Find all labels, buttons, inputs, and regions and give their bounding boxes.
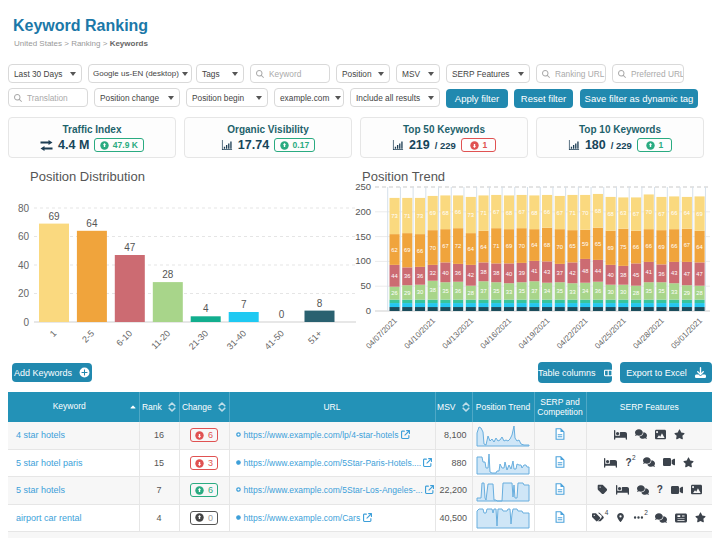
svg-text:36: 36 (417, 273, 423, 279)
svg-text:2-5: 2-5 (80, 328, 96, 344)
svg-text:70: 70 (518, 243, 524, 249)
svg-text:59: 59 (582, 241, 588, 247)
svg-text:65: 65 (595, 241, 601, 247)
svg-text:33: 33 (671, 289, 677, 295)
svg-text:30: 30 (620, 289, 626, 295)
svg-text:37: 37 (480, 288, 486, 294)
svg-text:50: 50 (360, 280, 371, 291)
svg-text:47: 47 (696, 271, 702, 277)
svg-text:63: 63 (620, 210, 626, 216)
svg-text:71: 71 (404, 213, 410, 219)
svg-text:29: 29 (684, 290, 690, 296)
svg-text:41: 41 (646, 269, 652, 275)
svg-text:68: 68 (607, 211, 613, 217)
svg-text:67: 67 (493, 209, 499, 215)
svg-text:72: 72 (455, 243, 461, 249)
svg-text:36: 36 (455, 270, 461, 276)
svg-text:28: 28 (633, 290, 639, 296)
svg-text:66: 66 (671, 210, 677, 216)
svg-text:0: 0 (279, 309, 285, 320)
svg-text:73: 73 (417, 213, 423, 219)
svg-text:47: 47 (124, 242, 136, 253)
svg-text:64: 64 (468, 246, 475, 252)
svg-text:38: 38 (620, 272, 626, 278)
svg-text:45: 45 (633, 272, 639, 278)
svg-text:35: 35 (493, 288, 499, 294)
svg-text:70: 70 (557, 244, 563, 250)
svg-text:04/28/2021: 04/28/2021 (631, 316, 666, 350)
svg-text:69: 69 (658, 244, 664, 250)
svg-text:35: 35 (442, 288, 448, 294)
svg-text:69: 69 (48, 211, 60, 222)
svg-text:68: 68 (595, 208, 601, 214)
svg-text:38: 38 (493, 270, 499, 276)
svg-text:73: 73 (391, 213, 397, 219)
svg-text:40: 40 (18, 260, 30, 271)
svg-text:69: 69 (404, 247, 410, 253)
svg-text:67: 67 (633, 211, 639, 217)
svg-text:04/10/2021: 04/10/2021 (402, 316, 437, 350)
svg-text:68: 68 (442, 210, 448, 216)
svg-text:04/19/2021: 04/19/2021 (517, 316, 552, 350)
svg-text:250: 250 (355, 181, 371, 192)
svg-text:51+: 51+ (306, 328, 324, 346)
svg-text:65: 65 (569, 243, 575, 249)
svg-text:68: 68 (506, 210, 512, 216)
svg-text:36: 36 (658, 271, 664, 277)
svg-text:35: 35 (658, 288, 664, 294)
svg-text:29: 29 (404, 290, 410, 296)
svg-text:35: 35 (518, 288, 524, 294)
svg-text:100: 100 (355, 255, 371, 266)
svg-text:37: 37 (557, 270, 563, 276)
svg-text:36: 36 (595, 288, 601, 294)
svg-text:41-50: 41-50 (263, 328, 286, 350)
svg-text:69: 69 (607, 245, 613, 251)
svg-text:67: 67 (442, 243, 448, 249)
svg-text:66: 66 (646, 243, 652, 249)
svg-text:71: 71 (480, 210, 486, 216)
svg-text:37: 37 (531, 288, 537, 294)
svg-text:44: 44 (595, 268, 602, 274)
svg-text:67: 67 (684, 242, 690, 248)
svg-text:21-30: 21-30 (187, 328, 210, 350)
svg-text:80: 80 (18, 203, 30, 214)
svg-text:8: 8 (317, 298, 323, 309)
svg-text:66: 66 (417, 248, 423, 254)
svg-text:43: 43 (544, 269, 550, 275)
svg-text:70: 70 (582, 210, 588, 216)
svg-text:70: 70 (429, 245, 435, 251)
svg-text:41: 41 (531, 268, 537, 274)
svg-text:38: 38 (480, 269, 486, 275)
svg-text:7: 7 (241, 299, 247, 310)
svg-text:36: 36 (404, 273, 410, 279)
svg-text:34: 34 (582, 288, 589, 294)
svg-text:11-20: 11-20 (149, 328, 172, 350)
svg-text:67: 67 (518, 209, 524, 215)
svg-text:71: 71 (569, 210, 575, 216)
svg-text:35: 35 (646, 288, 652, 294)
svg-text:1: 1 (48, 328, 59, 339)
svg-text:66: 66 (671, 243, 677, 249)
svg-text:75: 75 (620, 244, 626, 250)
svg-text:40: 40 (506, 271, 512, 277)
svg-text:64: 64 (86, 218, 98, 229)
svg-text:67: 67 (658, 211, 664, 217)
svg-text:40: 40 (442, 270, 448, 276)
svg-text:04/16/2021: 04/16/2021 (479, 316, 514, 350)
svg-text:34: 34 (544, 288, 551, 294)
svg-text:0: 0 (366, 305, 371, 316)
svg-text:44: 44 (391, 273, 398, 279)
svg-text:42: 42 (569, 270, 575, 276)
svg-text:26: 26 (391, 290, 397, 296)
svg-text:64: 64 (696, 244, 703, 250)
svg-text:48: 48 (582, 268, 588, 274)
svg-text:47: 47 (684, 271, 690, 277)
svg-text:40: 40 (607, 272, 613, 278)
svg-text:20: 20 (18, 288, 30, 299)
svg-text:38: 38 (429, 287, 435, 293)
svg-text:6-10: 6-10 (114, 328, 134, 348)
svg-text:28: 28 (696, 290, 702, 296)
svg-text:70: 70 (646, 209, 652, 215)
svg-text:71: 71 (493, 243, 499, 249)
svg-text:30: 30 (417, 289, 423, 295)
